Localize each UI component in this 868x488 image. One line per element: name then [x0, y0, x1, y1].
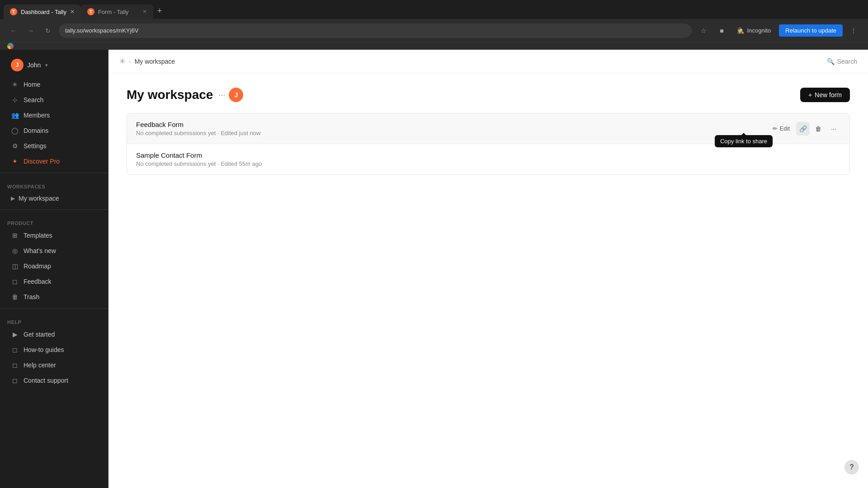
more-options-button[interactable]: ··· [827, 122, 840, 136]
sidebar-item-get-started[interactable]: ▶ Get started [4, 327, 104, 342]
workspaces-section-label: Workspaces [0, 177, 108, 191]
settings-icon: ⚙ [11, 142, 19, 150]
sidebar-item-label: Trash [24, 293, 39, 300]
tab-title-form: Form - Tally [98, 9, 129, 15]
share-link-button[interactable]: 🔗 [796, 122, 810, 136]
bookmark-button[interactable]: ☆ [696, 23, 711, 38]
sidebar-item-trash[interactable]: 🗑 Trash [4, 290, 104, 304]
form-meta: No completed submissions yet · Edited 55… [136, 160, 840, 167]
extensions-button[interactable]: ■ [714, 23, 729, 38]
chevron-down-icon: ▾ [45, 62, 48, 68]
sidebar-item-help-center[interactable]: ◻ Help center [4, 358, 104, 372]
toolbar-icons: ☆ ■ 🕵 Incognito Relaunch to update ⋮ [696, 23, 861, 38]
help-section-label: Help [0, 312, 108, 327]
incognito-button[interactable]: 🕵 Incognito [732, 25, 775, 36]
relaunch-button[interactable]: Relaunch to update [779, 24, 843, 37]
tab-bar: T Dashboard - Tally ✕ T Form - Tally ✕ + [0, 0, 868, 19]
sidebar: J John ▾ ✳ Home ⊹ Search 👥 Members ◯ Dom… [0, 50, 108, 488]
edit-icon: ✏ [773, 125, 778, 132]
main-header: ✳ › My workspace 🔍 Search [108, 50, 868, 73]
help-center-icon: ◻ [11, 361, 19, 369]
contact-support-icon: ◻ [11, 376, 19, 385]
forward-button[interactable]: → [24, 24, 37, 37]
form-item-feedback[interactable]: Feedback Form No completed submissions y… [127, 113, 849, 144]
sidebar-item-how-to-guides[interactable]: ◻ How-to guides [4, 343, 104, 357]
delete-button[interactable]: 🗑 [811, 122, 825, 136]
feedback-icon: ◻ [11, 277, 19, 286]
workspace-title-row: My workspace ··· J + New form [127, 88, 850, 102]
roadmap-icon: ◫ [11, 262, 19, 270]
discover-pro-icon: ✦ [11, 157, 19, 165]
form-name: Sample Contact Form [136, 151, 840, 159]
sidebar-item-feedback[interactable]: ◻ Feedback [4, 274, 104, 289]
sidebar-item-domains[interactable]: ◯ Domains [4, 123, 104, 138]
page-title: My workspace [127, 88, 213, 102]
sidebar-divider-product [0, 209, 108, 210]
sidebar-item-home[interactable]: ✳ Home [4, 77, 104, 92]
sidebar-item-label: Domains [24, 127, 48, 134]
sidebar-item-members[interactable]: 👥 Members [4, 108, 104, 122]
sidebar-item-label: Search [24, 96, 43, 103]
share-link-icon: 🔗 [799, 125, 807, 132]
address-bar[interactable]: tally.so/workspaces/mKYj6V [59, 23, 692, 38]
incognito-icon: 🕵 [737, 27, 744, 34]
sidebar-item-label: Get started [24, 331, 55, 338]
reload-button[interactable]: ↻ [42, 24, 54, 37]
incognito-label: Incognito [747, 27, 771, 34]
sidebar-item-label: Roadmap [24, 263, 51, 270]
copy-link-tooltip: Copy link to share [715, 135, 773, 147]
sidebar-item-roadmap[interactable]: ◫ Roadmap [4, 259, 104, 273]
sidebar-item-label: Discover Pro [24, 158, 60, 165]
sidebar-item-label: Home [24, 81, 40, 88]
tab-close-form[interactable]: ✕ [142, 9, 147, 15]
more-options-icon: ··· [831, 125, 836, 132]
sidebar-divider-workspaces [0, 173, 108, 173]
sidebar-item-label: Feedback [24, 278, 51, 285]
search-label: Search [837, 58, 857, 65]
form-name: Feedback Form [136, 121, 768, 128]
sidebar-user[interactable]: J John ▾ [4, 55, 104, 75]
search-icon: 🔍 [827, 58, 835, 65]
sidebar-item-whats-new[interactable]: ◎ What's new [4, 244, 104, 258]
sidebar-item-settings[interactable]: ⚙ Settings [4, 139, 104, 153]
sidebar-item-discover-pro[interactable]: ✦ Discover Pro [4, 154, 104, 169]
whats-new-icon: ◎ [11, 247, 19, 255]
main-body: My workspace ··· J + New form Feedback F… [108, 73, 868, 488]
new-form-button[interactable]: + New form [800, 88, 850, 102]
sidebar-item-templates[interactable]: ⊞ Templates [4, 228, 104, 243]
workspace-avatar: J [229, 88, 243, 102]
address-text: tally.so/workspaces/mKYj6V [65, 27, 138, 34]
main-content: ✳ › My workspace 🔍 Search My workspace ·… [108, 50, 868, 488]
help-button[interactable]: ? [844, 460, 859, 474]
browser-chrome: T Dashboard - Tally ✕ T Form - Tally ✕ +… [0, 0, 868, 50]
sidebar-item-label: How-to guides [24, 346, 64, 353]
form-item-sample-contact[interactable]: Sample Contact Form No completed submiss… [127, 144, 849, 174]
form-item-info: Sample Contact Form No completed submiss… [136, 151, 840, 167]
avatar: J [11, 59, 24, 71]
browser-menu-button[interactable]: ⋮ [846, 23, 861, 38]
tab-favicon-dashboard: T [10, 8, 17, 15]
sidebar-item-contact-support[interactable]: ◻ Contact support [4, 373, 104, 388]
sidebar-item-label: Templates [24, 232, 52, 239]
form-item-info: Feedback Form No completed submissions y… [136, 121, 768, 136]
sidebar-item-search[interactable]: ⊹ Search [4, 93, 104, 107]
how-to-guides-icon: ◻ [11, 346, 19, 354]
tab-favicon-form: T [87, 8, 94, 15]
breadcrumb-separator: › [129, 58, 131, 65]
new-tab-button[interactable]: + [153, 5, 166, 17]
browser-extra-bar [0, 42, 868, 50]
sidebar-divider-help [0, 308, 108, 309]
sidebar-item-label: Contact support [24, 377, 68, 384]
sidebar-workspace-item[interactable]: ▶ My workspace [4, 192, 104, 205]
workspace-expand-icon: ▶ [11, 195, 15, 202]
edit-button[interactable]: ✏ Edit [768, 123, 794, 134]
form-item-actions: ✏ Edit 🔗 🗑 ··· [768, 122, 840, 136]
search-button[interactable]: 🔍 Search [827, 58, 857, 65]
tab-dashboard[interactable]: T Dashboard - Tally ✕ [4, 5, 81, 19]
back-button[interactable]: ← [7, 24, 20, 37]
tab-form[interactable]: T Form - Tally ✕ [81, 5, 153, 19]
tab-close-dashboard[interactable]: ✕ [70, 9, 75, 15]
workspace-options-button[interactable]: ··· [218, 90, 225, 100]
members-icon: 👥 [11, 111, 19, 119]
browser-toolbar: ← → ↻ tally.so/workspaces/mKYj6V ☆ ■ 🕵 I… [0, 19, 868, 42]
